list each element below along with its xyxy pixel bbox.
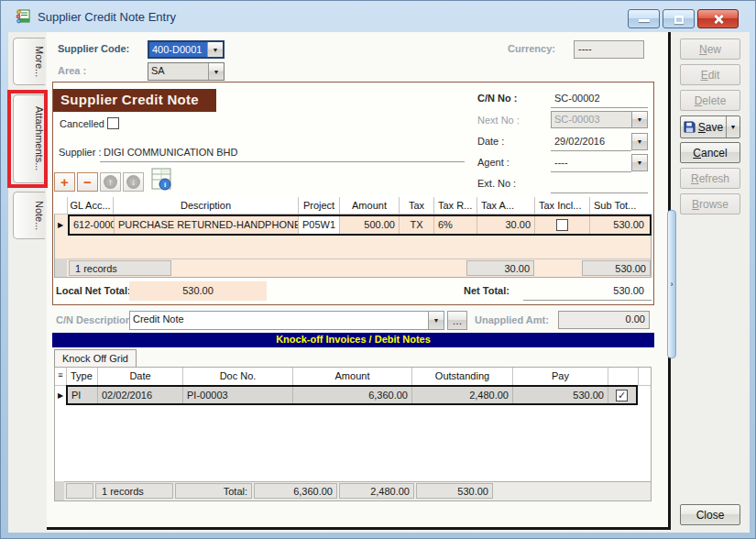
save-icon [684,121,696,133]
sidebar-tab-more[interactable]: More... [13,38,45,85]
save-dropdown-button[interactable]: ▼ [726,116,740,138]
col-tax-rate[interactable]: Tax R... [434,197,477,214]
cell-type: PI [68,387,98,403]
detail-records-count: 1 records [69,260,171,276]
area-combo[interactable]: SA ▼ [148,62,225,81]
detail-tax-amount-total: 30.00 [466,260,534,276]
agent-dropdown[interactable]: ▼ [631,154,648,171]
date-value: 29/02/2016 [554,136,605,147]
tax-inclusive-checkbox[interactable] [556,219,568,231]
row-indicator-icon: ▶ [58,391,63,400]
plus-icon: + [60,175,69,189]
ellipsis-icon[interactable]: … [447,311,467,330]
edit-button[interactable]: Edit [680,64,740,85]
cell-project: P05W1 [299,216,340,234]
next-no-combo[interactable]: SC-00003 ▼ [551,111,648,128]
browse-button[interactable]: Browse [680,193,740,214]
cn-description-combo[interactable]: Credit Note ▼ [129,311,444,330]
chevron-down-icon[interactable]: ▼ [631,133,648,150]
close-window-button[interactable] [697,9,739,28]
col-outstanding[interactable]: Outstanding [412,368,513,386]
net-total-label: Net Total: [464,285,509,296]
supplier-code-combo[interactable]: 400-D0001 ▼ [148,40,225,59]
sidebar-tab-note[interactable]: Note... [13,192,45,239]
chevron-down-icon[interactable]: ▼ [428,312,444,329]
cell-tax-inclusive [535,216,590,234]
col-sub-total[interactable]: Sub Tot... [590,197,652,214]
knockoff-grid-row[interactable]: PI 02/02/2016 PI-00003 6,360.00 2,480.00… [66,385,638,405]
cancelled-checkbox[interactable] [107,117,119,129]
col-doc-no[interactable]: Doc No. [183,368,293,386]
date-dropdown[interactable]: ▼ [631,133,648,150]
net-total-underline [523,300,652,301]
chevron-down-icon[interactable]: ▼ [207,42,223,57]
col-project[interactable]: Project [299,197,340,214]
panel-splitter[interactable]: › [667,210,676,358]
maximize-button[interactable] [663,9,695,28]
col-date[interactable]: Date [98,368,183,386]
window-title: Supplier Credit Note Entry [38,10,176,24]
close-icon [712,13,725,26]
unapplied-amt-value: 0.00 [558,311,650,329]
check-icon: ✓ [618,390,626,401]
chevron-down-icon[interactable]: ▼ [631,154,648,171]
supplier-label: Supplier : [59,147,101,158]
remove-row-button[interactable]: − [77,172,98,192]
minimize-button[interactable] [628,9,660,28]
col-pay[interactable]: Pay [513,368,608,386]
cn-description-more-button[interactable]: … [447,311,467,330]
currency-field: ---- [574,40,644,59]
header-indicator-cell [54,197,68,214]
tab-knock-off-grid[interactable]: Knock Off Grid [54,349,137,368]
col-type[interactable]: Type [67,368,98,386]
svg-text:i: i [164,181,166,189]
col-tax[interactable]: Tax [400,197,434,214]
cell-pay: 530.00 [513,387,608,403]
col-gl-acc[interactable]: GL Acc... [68,197,114,214]
new-button[interactable]: New [680,38,740,60]
col-amount[interactable]: Amount [340,197,400,214]
cn-description-value: Credit Note [130,312,428,329]
pay-checkbox[interactable]: ✓ [616,390,628,402]
tax-calculator-button[interactable]: i [149,168,173,193]
agent-value: ---- [554,157,568,168]
ext-no-label: Ext. No : [477,178,516,189]
ko-footer-indicator-strip [55,481,64,500]
minimize-icon [639,19,650,22]
add-row-button[interactable]: + [54,172,75,192]
save-button[interactable]: Save ▼ [680,116,740,138]
maximize-icon [674,16,684,24]
col-tax-amount[interactable]: Tax A... [477,197,535,214]
move-row-up-button[interactable]: ↑ [100,172,121,192]
ko-records-count: 1 records [95,483,173,499]
cell-sub-total: 530.00 [590,216,648,234]
unapplied-amt-label: Unapplied Amt: [475,314,549,325]
supplier-underline [100,161,465,162]
refresh-button[interactable]: Refresh [680,168,740,189]
cell-outstanding: 2,480.00 [412,387,513,403]
grid-menu-icon[interactable]: ≡ [55,368,67,386]
next-no-value: SC-00003 [552,112,631,127]
detail-grid-row[interactable]: 612-0000 PURCHASE RETURNED-HANDPHONES P0… [68,214,652,236]
chevron-right-icon: › [671,280,674,289]
col-description[interactable]: Description [114,197,299,214]
chevron-down-icon[interactable]: ▼ [208,63,224,80]
footer-indicator-strip [55,258,67,277]
knockoff-banner: Knock-off Invoices / Debit Notes [52,333,654,347]
chevron-down-icon[interactable]: ▼ [631,112,647,127]
next-no-label: Next No : [477,115,520,126]
cell-tax: TX [400,216,434,234]
cell-date: 02/02/2016 [98,387,183,403]
title-bar[interactable]: Supplier Credit Note Entry [1,1,756,32]
detail-grid-header: GL Acc... Description Project Amount Tax… [54,197,652,214]
col-ko-amount[interactable]: Amount [293,368,412,386]
close-button[interactable]: Close [680,504,740,525]
ko-footer-blank-box [66,483,93,499]
cell-tax-amount: 30.00 [477,216,535,234]
cell-tax-rate: 6% [434,216,477,234]
col-tax-inclusive[interactable]: Tax Incl... [535,197,590,214]
cancel-button[interactable]: Cancel [680,142,740,163]
arrow-up-icon: ↑ [104,175,117,189]
move-row-down-button[interactable]: ↓ [123,172,144,192]
delete-button[interactable]: Delete [680,90,740,111]
